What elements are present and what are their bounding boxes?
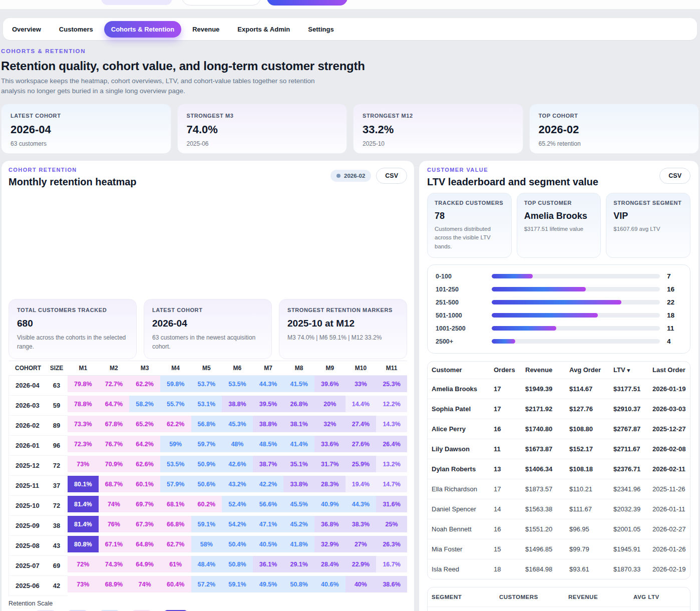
customer-cell: 2026-02-27	[652, 525, 690, 533]
retention-cell: 67.1%	[99, 536, 130, 556]
tab-revenue[interactable]: Revenue	[185, 21, 226, 38]
retention-cell: 32.9%	[314, 536, 345, 556]
retention-value: 64.9%	[129, 556, 160, 572]
heatmap-title: Monthly retention heatmap	[9, 176, 137, 188]
retention-value: 50.6%	[191, 476, 222, 492]
retention-value: 40.6%	[314, 576, 345, 592]
customer-cell: $93.61	[569, 565, 613, 573]
heatmap-row: 2026-035978.8%64.7%58.2%55.7%53.1%38.8%3…	[9, 396, 407, 416]
size-cell: 59	[46, 396, 68, 416]
sort-desc-icon[interactable]: ▾	[627, 367, 630, 373]
size-cell: 37	[46, 476, 68, 496]
retention-value: 38.8%	[222, 396, 253, 412]
ltv-band-row: 251-50022	[436, 296, 682, 309]
retention-value: 38.3%	[345, 516, 377, 532]
retention-cell: 32%	[314, 416, 345, 436]
customer-row: Ella Richardson17$1873.57$110.21$2341.96…	[428, 479, 690, 499]
band-label: 2500+	[436, 338, 492, 345]
segment-table-header: SEGMENTCUSTOMERSREVENUEAVG LTV	[428, 587, 690, 606]
top-bar	[0, 0, 700, 9]
retention-value: 33.8%	[283, 476, 314, 492]
heatmap-csv-button[interactable]: CSV	[376, 168, 407, 184]
band-fill-bar	[492, 326, 556, 331]
tab-customers[interactable]: Customers	[52, 21, 100, 38]
customer-cell: $2341.96	[613, 485, 652, 493]
heatmap-row: 2026-028973.3%67.8%65.2%62.2%56.8%45.3%3…	[9, 416, 407, 436]
stat-label: LATEST COHORT	[152, 307, 263, 313]
retention-cell: 31.6%	[376, 496, 407, 516]
retention-cell: 54.2%	[222, 516, 253, 536]
retention-value: 38.8%	[253, 416, 284, 432]
tab-cohorts-retention[interactable]: Cohorts & Retention	[104, 21, 181, 38]
customer-row: Sophia Patel17$2171.92$127.76$2910.37202…	[428, 399, 690, 419]
legend-chip-label: 2026-02	[344, 173, 365, 179]
tab-overview[interactable]: Overview	[5, 21, 48, 38]
tab-settings[interactable]: Settings	[301, 21, 340, 38]
retention-value: 74%	[129, 576, 160, 592]
ltv-leaderboard-table: CustomerOrdersRevenueAvg OrderLTV▾Last O…	[427, 361, 690, 579]
retention-value: 52.4%	[222, 496, 253, 512]
customer-value-panel: CUSTOMER VALUE LTV leaderboard and segme…	[419, 160, 699, 611]
retention-value: 33.6%	[314, 436, 345, 452]
retention-cell: 28.4%	[314, 556, 345, 576]
retention-value: 55.7%	[160, 396, 191, 412]
retention-cell: 58.2%	[129, 396, 160, 416]
customer-table-header: CustomerOrdersRevenueAvg OrderLTV▾Last O…	[428, 362, 690, 379]
retention-cell: 50.9%	[191, 456, 222, 476]
retention-cell: 38.6%	[376, 576, 407, 596]
customer-cell: 14	[494, 505, 525, 513]
retention-cell: 57.2%	[191, 576, 222, 596]
retention-cell: 27%	[345, 536, 377, 556]
customer-cell: Alice Perry	[432, 425, 494, 433]
topbar-search-input[interactable]	[182, 0, 261, 6]
retention-value: 56.6%	[253, 496, 284, 512]
retention-value: 25%	[376, 516, 407, 532]
retention-cell: 42.2%	[253, 476, 284, 496]
heatmap-col-m8: M8	[283, 361, 314, 376]
customer-cell: Dylan Roberts	[432, 465, 494, 473]
tab-exports-admin[interactable]: Exports & Admin	[230, 21, 297, 38]
retention-value: 59.7%	[191, 436, 222, 452]
retention-cell: 41.4%	[283, 436, 314, 456]
customer-cell: 17	[494, 485, 525, 493]
size-cell: 89	[46, 416, 68, 436]
kpi-sub: 65.2% retention	[539, 140, 690, 147]
heatmap-table-body: 2026-046379.8%72.7%62.2%59.8%53.7%53.5%4…	[9, 376, 407, 596]
retention-value: 62.2%	[129, 376, 160, 392]
retention-cell: 50.4%	[222, 536, 253, 556]
retention-value: 73%	[68, 576, 99, 592]
retention-cell: 49.5%	[253, 576, 284, 596]
kpi-value: 74.0%	[187, 123, 338, 136]
band-track	[492, 326, 660, 331]
customer-cell: Noah Bennett	[432, 525, 494, 533]
band-count: 22	[667, 298, 682, 306]
retention-value: 68.9%	[99, 576, 130, 592]
value-csv-button[interactable]: CSV	[659, 168, 690, 184]
stat-sub: $3177.51 lifetime value	[524, 225, 594, 233]
customer-cell: $2767.87	[613, 425, 652, 433]
heatmap-col-m5: M5	[191, 361, 222, 376]
retention-value: 39.6%	[314, 376, 345, 392]
retention-cell: 38.8%	[253, 416, 284, 436]
stat-label: STRONGEST RETENTION MARKERS	[287, 307, 399, 313]
retention-value: 38.1%	[283, 416, 314, 432]
customer-cell: $2711.67	[613, 445, 652, 453]
value-title: LTV leaderboard and segment value	[427, 176, 598, 188]
kpi-card: LATEST COHORT2026-0463 customers	[1, 104, 171, 154]
retention-value: 27%	[345, 536, 377, 552]
kpi-label: LATEST COHORT	[11, 113, 162, 119]
retention-value: 67.1%	[99, 536, 130, 552]
retention-cell: 76%	[99, 516, 130, 536]
retention-value: 19.4%	[345, 476, 377, 492]
retention-cell: 68.1%	[160, 496, 191, 516]
size-cell: 72	[46, 456, 68, 476]
ltv-band-row: 0-1007	[436, 270, 682, 283]
kpi-label: STRONGEST M3	[187, 113, 338, 119]
retention-value: 49.5%	[253, 576, 284, 592]
retention-value: 38.6%	[376, 576, 407, 592]
retention-cell: 68.7%	[99, 476, 130, 496]
customer-cell: 2026-02-11	[652, 465, 690, 473]
retention-cell: 12.2%	[376, 396, 407, 416]
topbar-primary-button[interactable]	[267, 0, 347, 6]
col-orders: Orders	[494, 366, 525, 374]
